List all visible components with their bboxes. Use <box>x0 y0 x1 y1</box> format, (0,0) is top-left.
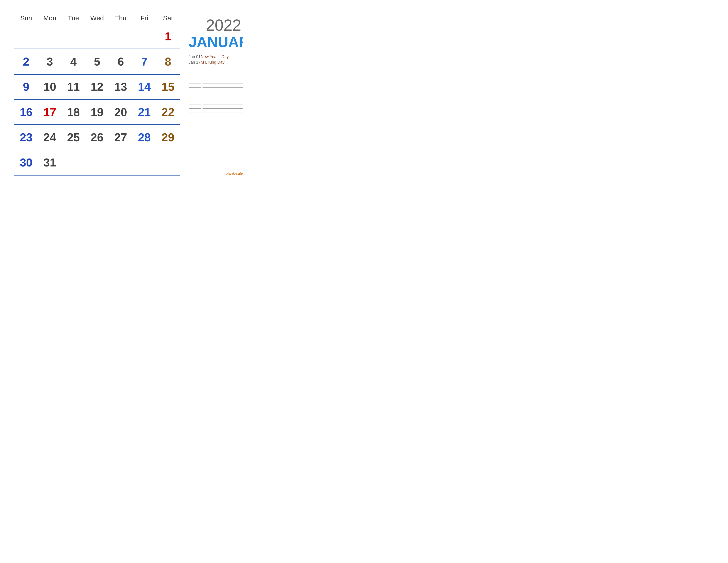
day-cell: 11 <box>62 79 85 94</box>
day-cell: 23 <box>14 130 38 145</box>
day-cell: 5 <box>85 54 109 69</box>
notes-row <box>189 108 243 109</box>
day-cell: 15 <box>156 79 180 94</box>
day-cell: 30 <box>14 155 38 170</box>
day-cell: 1 <box>156 29 180 44</box>
notes-row <box>189 87 243 88</box>
watermark: blank-calendar.com <box>189 169 243 175</box>
day-cell: 29 <box>156 130 180 145</box>
day-header-tue: Tue <box>62 14 85 23</box>
notes-row <box>189 96 243 96</box>
calendar-page: SunMonTueWedThuFriSat 123456789101112131… <box>6 6 237 182</box>
day-cell: 24 <box>38 130 62 145</box>
day-cell: 12 <box>85 79 109 94</box>
day-cell: 13 <box>109 79 133 94</box>
day-cell: 21 <box>133 105 156 120</box>
notes-text-line <box>203 79 243 79</box>
day-cell: 28 <box>133 130 156 145</box>
week-row-5: 3031 <box>14 150 180 175</box>
calendar-grid: 1234567891011121314151617181920212223242… <box>14 24 180 175</box>
notes-date-line <box>189 87 201 88</box>
holiday-item: Jan 01New Year's Day <box>189 55 243 59</box>
day-cell: 8 <box>156 54 180 69</box>
notes-text-line <box>203 100 243 100</box>
calendar-grid-section: SunMonTueWedThuFriSat 123456789101112131… <box>14 14 180 175</box>
day-cell <box>133 161 156 164</box>
week-numbers-4: 23242526272829 <box>14 125 180 149</box>
day-cell <box>109 35 133 38</box>
day-cell: 31 <box>38 155 62 170</box>
day-cell: 3 <box>38 54 62 69</box>
day-cell <box>133 35 156 38</box>
holiday-date: Jan 01 <box>189 55 201 59</box>
notes-text-line <box>203 75 243 75</box>
day-cell <box>156 161 180 164</box>
notes-row <box>189 117 243 117</box>
notes-row <box>189 104 243 104</box>
info-section: 2022 JANUARY Jan 01New Year's DayJan 17M… <box>184 14 243 175</box>
day-cell: 10 <box>38 79 62 94</box>
day-cell: 2 <box>14 54 38 69</box>
notes-date-line <box>189 117 201 117</box>
day-cell: 20 <box>109 105 133 120</box>
day-cell: 14 <box>133 79 156 94</box>
day-header-sun: Sun <box>14 14 38 23</box>
notes-date-line <box>189 79 201 79</box>
notes-date-line <box>189 96 201 96</box>
holiday-separator <box>189 69 243 69</box>
day-cell: 16 <box>14 105 38 120</box>
holiday-name: M L King Day <box>201 60 224 65</box>
day-cell: 18 <box>62 105 85 120</box>
day-cell: 7 <box>133 54 156 69</box>
notes-row <box>189 75 243 75</box>
day-cell <box>38 35 62 38</box>
week-numbers-1: 2345678 <box>14 49 180 74</box>
notes-date-line <box>189 75 201 75</box>
day-header-sat: Sat <box>156 14 180 23</box>
day-cell <box>109 161 133 164</box>
day-cell <box>62 35 85 38</box>
year-display: 2022 <box>189 17 243 34</box>
holiday-name: New Year's Day <box>201 55 229 59</box>
day-header-wed: Wed <box>85 14 109 23</box>
day-header-fri: Fri <box>133 14 156 23</box>
notes-section <box>189 71 243 169</box>
notes-text-line <box>203 108 243 109</box>
month-display: JANUARY <box>189 34 243 50</box>
holiday-date: Jan 17 <box>189 60 201 65</box>
day-headers: SunMonTueWedThuFriSat <box>14 14 180 23</box>
week-separator-5 <box>14 175 180 175</box>
week-numbers-3: 16171819202122 <box>14 100 180 124</box>
day-header-mon: Mon <box>38 14 62 23</box>
day-cell: 4 <box>62 54 85 69</box>
week-numbers-5: 3031 <box>14 150 180 175</box>
day-cell: 6 <box>109 54 133 69</box>
day-cell <box>85 35 109 38</box>
notes-date-line <box>189 100 201 100</box>
week-numbers-2: 9101112131415 <box>14 75 180 99</box>
week-row-4: 23242526272829 <box>14 125 180 150</box>
week-row-2: 9101112131415 <box>14 75 180 100</box>
notes-date-line <box>189 108 201 109</box>
notes-text-line <box>203 96 243 96</box>
day-cell: 22 <box>156 105 180 120</box>
day-cell: 26 <box>85 130 109 145</box>
notes-date-line <box>189 104 201 104</box>
week-row-1: 2345678 <box>14 49 180 74</box>
day-cell <box>14 35 38 38</box>
notes-text-line <box>203 117 243 117</box>
day-header-thu: Thu <box>109 14 133 23</box>
notes-row <box>189 100 243 100</box>
notes-row <box>189 79 243 79</box>
week-row-0: 1 <box>14 24 180 49</box>
holidays-list: Jan 01New Year's DayJan 17M L King Day <box>189 55 243 66</box>
day-cell: 27 <box>109 130 133 145</box>
week-row-3: 16171819202122 <box>14 100 180 125</box>
day-cell: 17 <box>38 105 62 120</box>
day-cell: 19 <box>85 105 109 120</box>
notes-text-line <box>203 104 243 104</box>
day-cell: 25 <box>62 130 85 145</box>
holiday-item: Jan 17M L King Day <box>189 60 243 65</box>
week-numbers-0: 1 <box>14 24 180 49</box>
notes-text-line <box>203 87 243 88</box>
